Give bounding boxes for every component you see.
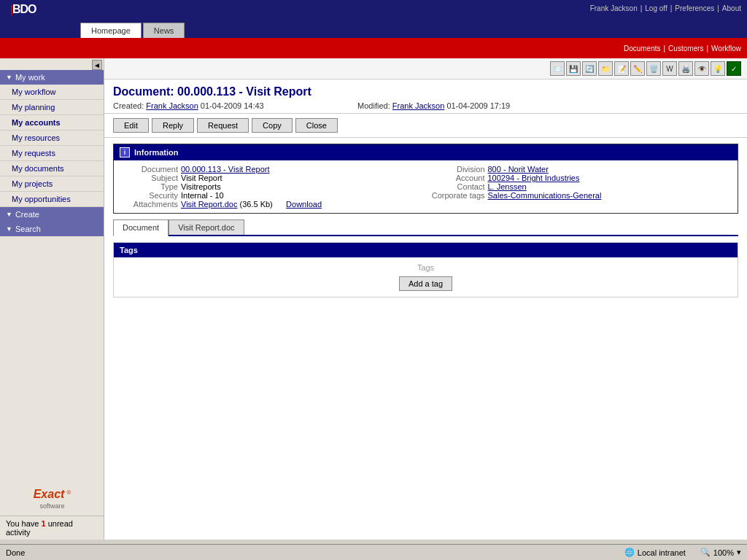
about-link[interactable]: About — [722, 4, 741, 12]
top-bar: |BDO Frank Jackson | Log off | Preferenc… — [0, 0, 747, 16]
sidebar-collapse-btn[interactable]: ◄ — [92, 60, 102, 70]
download-link[interactable]: Download — [286, 200, 322, 209]
preferences-link[interactable]: Preferences — [675, 4, 714, 12]
copy-button[interactable]: Copy — [252, 118, 293, 133]
doc-tabs: Document Visit Report.doc — [113, 219, 738, 236]
info-icon: i — [120, 147, 130, 158]
account-link[interactable]: 100294 - Bright Industries — [488, 174, 580, 182]
section-my-work: ▼ My work My workflow My planning My acc… — [0, 70, 104, 207]
nav-tab-homepage[interactable]: Homepage — [80, 23, 142, 38]
icon-toolbar: 📨 💾 🔄 📁 📝 ✏️ 🗑️ W 🖨️ 👁️ 💡 ✓ — [104, 58, 747, 79]
toolbar-icon-9[interactable]: 🖨️ — [678, 61, 693, 76]
toolbar-icon-1[interactable]: 📨 — [550, 61, 565, 76]
main-layout: ◄ ▼ My work My workflow My planning My a… — [0, 58, 747, 540]
logo-area: |BDO — [6, 0, 40, 18]
tags-label: Tags — [120, 263, 732, 272]
logo: |BDO — [6, 0, 40, 18]
documents-link[interactable]: Documents — [624, 44, 661, 52]
zoom-dropdown[interactable]: ▾ — [737, 548, 741, 557]
info-section: i Information Document 00.000.113 - Visi… — [113, 144, 738, 214]
doc-meta: Created: Frank Jackson 01-04-2009 14:43 … — [113, 101, 738, 110]
sidebar: ◄ ▼ My work My workflow My planning My a… — [0, 58, 104, 540]
edit-button[interactable]: Edit — [113, 118, 149, 133]
customers-link[interactable]: Customers — [668, 44, 703, 52]
doc-header: Document: 00.000.113 - Visit Report Crea… — [104, 79, 747, 114]
toolbar-icon-2[interactable]: 💾 — [566, 61, 581, 76]
toolbar-icon-3[interactable]: 🔄 — [582, 61, 597, 76]
info-row-type: Type Visitreports — [120, 182, 425, 191]
created-by-link[interactable]: Frank Jackson — [146, 101, 198, 110]
tags-header: Tags — [114, 243, 738, 257]
sidebar-item-my-opportunities[interactable]: My opportunities — [0, 192, 104, 207]
corp-tags-link[interactable]: Sales-Communications-General — [488, 191, 602, 200]
info-body: Document 00.000.113 - Visit Report Subje… — [114, 160, 738, 213]
sidebar-item-my-projects[interactable]: My projects — [0, 176, 104, 192]
sidebar-item-my-workflow[interactable]: My workflow — [0, 85, 104, 100]
info-row-attachments: Attachments Visit Report.doc (36.5 Kb) D… — [120, 200, 425, 209]
info-row-division: Division 800 - Norit Water — [427, 165, 732, 174]
logoff-link[interactable]: Log off — [645, 4, 667, 12]
toolbar-strip: Documents | Customers | Workflow — [0, 38, 747, 58]
tab-document[interactable]: Document — [113, 219, 169, 236]
sidebar-item-my-resources[interactable]: My resources — [0, 131, 104, 146]
tags-body: Tags Add a tag — [114, 257, 738, 297]
tab-visit-report[interactable]: Visit Report.doc — [169, 219, 244, 235]
toolbar-icon-10[interactable]: 👁️ — [694, 61, 709, 76]
modified-by-link[interactable]: Frank Jackson — [392, 101, 445, 110]
sidebar-item-my-planning[interactable]: My planning — [0, 100, 104, 115]
nav-bar: Homepage News — [0, 16, 747, 38]
sidebar-item-my-documents[interactable]: My documents — [0, 161, 104, 176]
toolbar-icon-7[interactable]: 🗑️ — [646, 61, 661, 76]
toolbar-icon-6[interactable]: ✏️ — [630, 61, 645, 76]
exact-logo: Exact ® software — [0, 482, 104, 516]
reply-button[interactable]: Reply — [152, 118, 194, 133]
toolbar-icon-5[interactable]: 📝 — [614, 61, 629, 76]
action-buttons: Edit Reply Request Copy Close — [104, 114, 747, 138]
info-right: Division 800 - Norit Water Account 10029… — [427, 165, 732, 209]
attachment-link[interactable]: Visit Report.doc — [181, 200, 237, 209]
close-button[interactable]: Close — [295, 118, 338, 133]
contact-link[interactable]: L. Jenssen — [488, 182, 527, 191]
workflow-link[interactable]: Workflow — [711, 44, 741, 52]
sidebar-toggle-search[interactable]: ▼ Search — [0, 222, 104, 236]
toolbar-icon-8[interactable]: W — [662, 61, 677, 76]
nav-tab-news[interactable]: News — [143, 23, 185, 38]
toolbar-icon-11[interactable]: 💡 — [711, 61, 725, 76]
sidebar-item-my-accounts[interactable]: My accounts — [0, 115, 104, 131]
sidebar-toggle-my-work[interactable]: ▼ My work — [0, 70, 104, 85]
sidebar-toggle-create[interactable]: ▼ Create — [0, 207, 104, 222]
zone-icon: 🌐 — [624, 548, 635, 557]
info-left: Document 00.000.113 - Visit Report Subje… — [120, 165, 425, 209]
info-row-contact: Contact L. Jenssen — [427, 182, 732, 191]
footer-note: You have 1 unread activity — [0, 516, 104, 540]
status-zone: 🌐 Local intranet 🔍 100% ▾ — [624, 548, 741, 557]
section-create: ▼ Create — [0, 207, 104, 222]
section-search: ▼ Search — [0, 222, 104, 236]
status-text: Done — [6, 548, 619, 557]
division-link[interactable]: 800 - Norit Water — [488, 165, 549, 174]
top-bar-right: Frank Jackson | Log off | Preferences | … — [590, 4, 741, 12]
toolbar-icon-12[interactable]: ✓ — [727, 61, 741, 76]
info-row-corp-tags: Corporate tags Sales-Communications-Gene… — [427, 191, 732, 200]
toolbar-icon-4[interactable]: 📁 — [598, 61, 613, 76]
zoom-level: 100% — [713, 548, 734, 557]
status-bar: Done 🌐 Local intranet 🔍 100% ▾ — [0, 544, 747, 560]
info-row-security: Security Internal - 10 — [120, 191, 425, 200]
info-row-account: Account 100294 - Bright Industries — [427, 174, 732, 182]
content-area: 📨 💾 🔄 📁 📝 ✏️ 🗑️ W 🖨️ 👁️ 💡 ✓ Document: 00… — [104, 58, 747, 540]
logo-text: |BDO — [10, 0, 36, 16]
info-row-document: Document 00.000.113 - Visit Report — [120, 165, 425, 174]
tags-section: Tags Tags Add a tag — [113, 242, 738, 298]
add-tag-button[interactable]: Add a tag — [399, 276, 452, 291]
sidebar-item-my-requests[interactable]: My requests — [0, 146, 104, 161]
info-row-subject: Subject Visit Report — [120, 174, 425, 182]
info-header: i Information — [114, 144, 738, 160]
doc-link[interactable]: 00.000.113 - Visit Report — [181, 165, 269, 174]
user-link[interactable]: Frank Jackson — [590, 4, 638, 12]
request-button[interactable]: Request — [197, 118, 249, 133]
zone-label: Local intranet — [638, 548, 686, 557]
doc-title: Document: 00.000.113 - Visit Report — [113, 85, 738, 98]
